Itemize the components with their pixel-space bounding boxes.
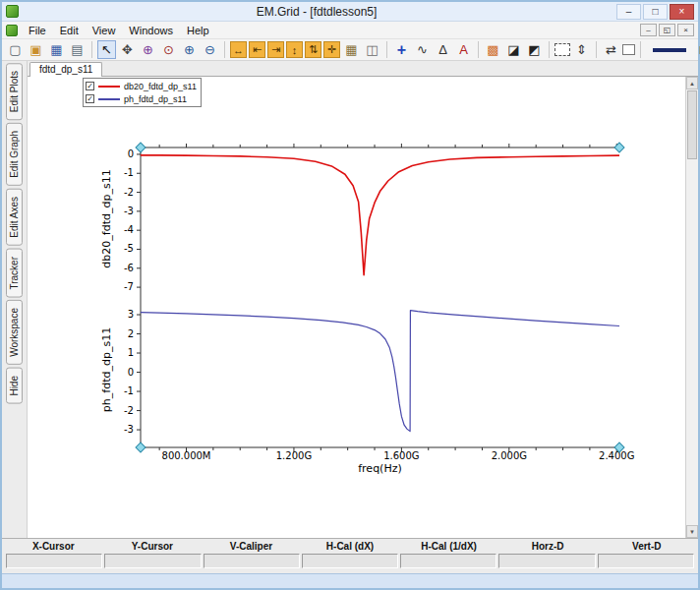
selection-handle[interactable] <box>614 143 624 152</box>
zoom-in-x-icon[interactable]: ⇤ <box>249 41 265 58</box>
child-restore-button[interactable]: ◱ <box>659 24 675 36</box>
vertical-scrollbar[interactable]: ▲ ▼ <box>685 77 698 538</box>
y-axis-title: db20_fdtd_dp_s11 <box>100 169 113 267</box>
zoom-out-x-icon[interactable]: ⇥ <box>267 41 284 58</box>
image-dark-icon[interactable]: ◪ <box>504 40 523 59</box>
legend-label: db20_fdtd_dp_s11 <box>124 82 197 91</box>
toolbar-separator <box>91 41 92 58</box>
delta-marker-icon[interactable]: Δ <box>434 40 452 59</box>
add-marker-icon[interactable]: + <box>392 40 411 59</box>
print-icon[interactable]: ▤ <box>68 40 87 59</box>
grid-window-icon[interactable]: ▦ <box>342 40 361 59</box>
readout-header-y-cursor: Y-Cursor <box>103 540 203 554</box>
x-tick-label: 800.000M <box>162 450 211 461</box>
menu-view[interactable]: View <box>86 24 123 37</box>
maximize-button[interactable]: □ <box>643 4 668 20</box>
fit-width-icon[interactable]: ⇄ <box>602 40 620 59</box>
autoscale-icon[interactable]: ✛ <box>323 41 340 58</box>
legend-checkbox[interactable]: ✓ <box>86 94 94 103</box>
readout-cell <box>104 554 201 568</box>
new-file-icon[interactable]: ▢ <box>6 40 25 59</box>
y-tick-label: -5 <box>124 243 134 254</box>
selection-handle[interactable] <box>136 143 146 152</box>
readout-cell <box>598 554 694 568</box>
app-window: EM.Grid - [fdtdlesson5] – □ × File Edit … <box>0 0 700 590</box>
zoom-window-icon[interactable]: ⊕ <box>139 40 157 59</box>
side-tab-hide[interactable]: Hide <box>6 368 23 404</box>
side-tab-edit-axes[interactable]: Edit Axes <box>6 189 23 246</box>
scroll-down-icon[interactable]: ▼ <box>686 525 698 538</box>
full-scale-x-icon[interactable]: ↔ <box>230 41 247 58</box>
legend-item[interactable]: ✓ph_fdtd_dp_s11 <box>86 92 197 105</box>
close-button[interactable]: × <box>670 4 694 20</box>
zoom-data-icon[interactable]: ⊙ <box>159 40 178 59</box>
full-scale-y-icon[interactable]: ↕ <box>286 41 303 58</box>
save-icon[interactable]: ▦ <box>47 40 66 59</box>
x-axis-label: freq(Hz) <box>358 462 402 475</box>
plot-area: 800.000M1.200G1.600G2.000G2.400Gfreq(Hz)… <box>28 77 698 538</box>
legend-item[interactable]: ✓db20_fdtd_dp_s11 <box>86 80 197 92</box>
side-tab-edit-graph[interactable]: Edit Graph <box>6 123 23 186</box>
pan-hand-icon[interactable]: ✥ <box>118 40 137 59</box>
zoom-y-icon[interactable]: ⇅ <box>305 41 321 58</box>
legend-label: ph_fdtd_dp_s11 <box>124 94 187 104</box>
readout-header-horz-d: Horz-D <box>498 540 598 554</box>
zoom-out-icon[interactable]: ⊖ <box>201 40 219 59</box>
app-icon <box>6 5 19 18</box>
toolbar-separator <box>549 41 550 58</box>
series-db20_fdtd_dp_s11[interactable] <box>141 155 619 275</box>
scrollbar-track[interactable] <box>686 160 698 525</box>
y-tick-label: 2 <box>128 328 134 339</box>
menu-edit[interactable]: Edit <box>53 24 86 37</box>
readout-cell <box>400 554 496 568</box>
axes-grid-icon[interactable]: ◫ <box>363 40 381 59</box>
menu-help[interactable]: Help <box>180 24 216 37</box>
readout-header-v-caliper: V-Caliper <box>202 540 301 554</box>
readout-header-h-cal-1-dx-: H-Cal (1/dX) <box>399 540 498 554</box>
selection-handle[interactable] <box>136 442 146 452</box>
zoom-in-icon[interactable]: ⊕ <box>180 40 199 59</box>
toolbar: ▢▣▦▤↖✥⊕⊙⊕⊖↔⇤⇥↕⇅✛▦◫+∿ΔA▩◪◩⇕⇄ Layout ▾ <box>2 39 698 61</box>
y-tick-label: -1 <box>124 167 134 178</box>
toolbar-separator <box>478 41 479 58</box>
layout-dropdown[interactable]: Layout ▾ <box>693 43 700 57</box>
x-tick-label: 2.400G <box>599 450 634 461</box>
menu-file[interactable]: File <box>22 24 53 37</box>
scroll-up-icon[interactable]: ▲ <box>686 77 698 89</box>
option-box-icon[interactable] <box>622 44 635 55</box>
y-tick-label: -3 <box>124 424 134 435</box>
side-tab-tracker[interactable]: Tracker <box>6 249 23 298</box>
series-ph_fdtd_dp_s11[interactable] <box>141 311 619 432</box>
titlebar: EM.Grid - [fdtdlesson5] – □ × <box>2 2 698 22</box>
legend-checkbox[interactable]: ✓ <box>86 82 94 90</box>
y-tick-label: 0 <box>128 367 134 378</box>
y-axis-title: ph_fdtd_dp_s11 <box>100 327 113 412</box>
image-color-icon[interactable]: ▩ <box>484 40 502 59</box>
child-minimize-button[interactable]: – <box>640 24 657 36</box>
y-tick-label: 0 <box>128 148 134 159</box>
y-tick-label: 3 <box>128 309 134 320</box>
curve-marker-icon[interactable]: ∿ <box>413 40 432 59</box>
document-tab[interactable]: fdtd_dp_s11 <box>29 62 102 77</box>
text-marker-icon[interactable]: A <box>454 40 473 59</box>
document-icon[interactable] <box>6 25 18 36</box>
document-tab-row: fdtd_dp_s11 <box>28 61 698 77</box>
layout-group: Layout ▾ <box>653 43 700 57</box>
readout-cell <box>302 554 398 568</box>
toolbar-icons: ▢▣▦▤↖✥⊕⊙⊕⊖↔⇤⇥↕⇅✛▦◫+∿ΔA▩◪◩⇕⇄ <box>5 40 645 59</box>
y-tick-label: -2 <box>124 187 134 198</box>
plot-canvas[interactable]: 800.000M1.200G1.600G2.000G2.400Gfreq(Hz)… <box>28 77 698 538</box>
y-tick-label: -3 <box>124 206 134 216</box>
child-close-button[interactable]: × <box>677 24 694 36</box>
side-tab-edit-plots[interactable]: Edit Plots <box>6 63 23 120</box>
legend-line-swatch <box>98 86 120 88</box>
scrollbar-thumb[interactable] <box>687 90 697 159</box>
side-tab-workspace[interactable]: Workspace <box>6 300 23 365</box>
image-mask-icon[interactable]: ◩ <box>525 40 544 59</box>
select-arrow-icon[interactable]: ↖ <box>97 40 116 59</box>
menu-windows[interactable]: Windows <box>122 24 180 37</box>
select-region-icon[interactable] <box>554 43 570 56</box>
fit-vertical-icon[interactable]: ⇕ <box>572 40 591 59</box>
minimize-button[interactable]: – <box>616 4 641 20</box>
open-folder-icon[interactable]: ▣ <box>27 40 45 59</box>
